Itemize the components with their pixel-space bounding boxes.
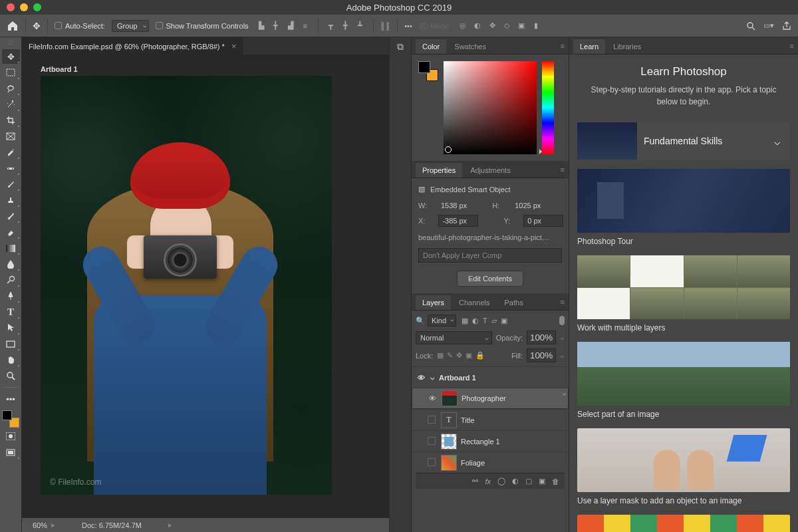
align-center-h-icon[interactable]: ╋	[270, 20, 282, 32]
tutorial-card-layers[interactable]: Work with multiple layers	[577, 255, 790, 332]
share-icon[interactable]	[782, 21, 791, 31]
tutorial-card-mask[interactable]: Use a layer mask to add an object to an …	[577, 428, 790, 505]
filter-pixel-icon[interactable]: ▦	[462, 317, 468, 325]
close-tab-icon[interactable]: ×	[231, 41, 237, 51]
auto-select-dropdown[interactable]: Group	[112, 20, 149, 32]
filter-type-icon[interactable]: T	[483, 317, 487, 325]
pen-tool[interactable]	[2, 289, 20, 303]
opacity-input[interactable]	[527, 331, 556, 344]
show-transform-checkbox[interactable]: Show Transform Controls	[156, 22, 249, 30]
status-flyout-icon[interactable]: ▸	[168, 521, 172, 529]
artboard-label[interactable]: Artboard 1	[41, 65, 370, 73]
crop-tool[interactable]	[2, 113, 20, 128]
healing-brush-tool[interactable]	[2, 161, 20, 176]
x-input[interactable]	[438, 215, 478, 227]
history-panel-icon[interactable]: ⧉	[397, 41, 404, 532]
filter-smart-icon[interactable]: ▣	[501, 317, 507, 325]
fundamental-skills-row[interactable]: Fundamental Skills ⌵	[577, 122, 790, 160]
frame-tool[interactable]	[2, 129, 20, 144]
tab-paths[interactable]: Paths	[498, 295, 530, 310]
y-input[interactable]	[523, 215, 563, 227]
quick-mask-icon[interactable]	[2, 429, 20, 444]
foreground-background-colors[interactable]	[2, 410, 19, 428]
hand-tool[interactable]	[2, 352, 20, 367]
clone-stamp-tool[interactable]	[2, 193, 20, 207]
tutorial-card-select[interactable]: Select part of an image	[577, 342, 790, 419]
tab-properties[interactable]: Properties	[416, 163, 462, 178]
panel-menu-icon[interactable]: ≡	[561, 298, 565, 306]
saturation-picker[interactable]	[444, 61, 537, 154]
link-layers-icon[interactable]: ⚯	[472, 477, 478, 485]
visibility-icon[interactable]: 👁	[416, 374, 426, 382]
tab-adjustments[interactable]: Adjustments	[464, 163, 517, 178]
visibility-icon[interactable]: 👁	[427, 394, 438, 402]
layer-thumbnail[interactable]	[441, 434, 457, 450]
zoom-value[interactable]: 60%▸	[33, 521, 55, 529]
layer-title[interactable]: T Title	[412, 409, 569, 430]
rectangle-tool[interactable]	[2, 336, 20, 351]
tab-channels[interactable]: Channels	[452, 295, 496, 310]
filter-shape-icon[interactable]: ▱	[491, 317, 497, 325]
filter-toggle[interactable]	[559, 316, 565, 325]
home-icon[interactable]	[7, 20, 19, 32]
group-layers-icon[interactable]: ▢	[525, 477, 532, 485]
filter-adjustment-icon[interactable]: ◐	[472, 317, 479, 325]
distribute-spacing-icon[interactable]: ║║	[380, 22, 391, 30]
gradient-tool[interactable]	[2, 241, 20, 255]
edit-toolbar-icon[interactable]: •••	[2, 392, 20, 406]
tab-libraries[interactable]: Libraries	[606, 39, 648, 54]
layer-comp-dropdown[interactable]: Don't Apply Layer Comp	[418, 248, 562, 263]
layer-artboard[interactable]: 👁 ⌵ Artboard 1	[412, 366, 569, 388]
brush-tool[interactable]	[2, 177, 20, 192]
tutorial-card-next[interactable]	[577, 515, 790, 532]
adjustment-layer-icon[interactable]: ◐	[512, 477, 519, 485]
panel-menu-icon[interactable]: ≡	[790, 42, 794, 50]
layer-rectangle[interactable]: Rectangle 1	[412, 430, 569, 452]
visibility-icon[interactable]	[426, 458, 437, 467]
visibility-icon[interactable]	[426, 416, 437, 425]
new-layer-icon[interactable]: ▣	[539, 477, 545, 485]
disclosure-icon[interactable]: ⌵	[430, 373, 435, 382]
align-left-icon[interactable]: ▙	[255, 20, 267, 32]
path-selection-tool[interactable]	[2, 321, 20, 335]
lock-all-icon[interactable]: 🔒	[475, 351, 485, 360]
more-options-icon[interactable]: •••	[404, 22, 412, 30]
dodge-tool[interactable]	[2, 273, 20, 287]
layer-photographer[interactable]: 👁 Photographer	[412, 388, 569, 409]
tab-learn[interactable]: Learn	[573, 39, 605, 54]
magic-wand-tool[interactable]	[2, 97, 20, 112]
move-tool[interactable]: ✥	[2, 49, 20, 64]
lock-position-icon[interactable]: ✥	[456, 351, 462, 360]
fill-dropdown-icon[interactable]: ⌵	[560, 351, 565, 360]
layer-thumbnail[interactable]	[442, 390, 458, 406]
align-bottom-icon[interactable]: ┻	[354, 20, 366, 32]
color-swatch-pair[interactable]	[418, 61, 438, 81]
artboard[interactable]: © FileInfo.com	[41, 76, 332, 495]
layer-search-icon[interactable]: 🔍	[416, 317, 425, 325]
arrange-documents-icon[interactable]: ▭▾	[763, 21, 774, 30]
layer-thumbnail[interactable]	[441, 455, 457, 471]
panel-menu-icon[interactable]: ≡	[561, 166, 565, 174]
lock-paint-icon[interactable]: ✎	[447, 351, 453, 360]
tab-color[interactable]: Color	[416, 39, 446, 54]
canvas[interactable]: Artboard 1 © FileInfo.com	[22, 55, 389, 517]
layer-style-icon[interactable]: fx	[485, 477, 491, 485]
layer-thumbnail[interactable]: T	[441, 412, 457, 428]
layer-mask-icon[interactable]: ◯	[497, 477, 505, 485]
blend-mode-dropdown[interactable]: Normal	[416, 331, 492, 344]
zoom-tool[interactable]	[2, 368, 20, 383]
layer-foliage[interactable]: Foliage	[412, 452, 569, 473]
distribute-icon[interactable]: ≡	[299, 20, 311, 32]
fill-input[interactable]	[527, 348, 556, 362]
panel-menu-icon[interactable]: ≡	[561, 42, 565, 50]
marquee-tool[interactable]	[2, 65, 20, 80]
eyedropper-tool[interactable]	[2, 145, 20, 160]
document-tab[interactable]: FileInfo.com Example.psd @ 60% (Photogra…	[22, 37, 243, 55]
auto-select-checkbox[interactable]: Auto-Select:	[55, 22, 105, 30]
tab-layers[interactable]: Layers	[416, 295, 451, 310]
screen-mode-icon[interactable]	[2, 445, 20, 460]
tab-swatches[interactable]: Swatches	[448, 39, 493, 54]
opacity-dropdown-icon[interactable]: ⌵	[560, 333, 565, 342]
visibility-icon[interactable]	[426, 437, 437, 446]
edit-contents-button[interactable]: Edit Contents	[457, 271, 523, 287]
